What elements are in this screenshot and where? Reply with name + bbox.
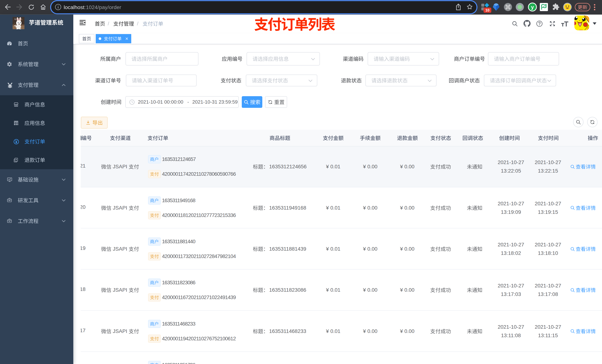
svg-text:y: y: [531, 4, 534, 10]
